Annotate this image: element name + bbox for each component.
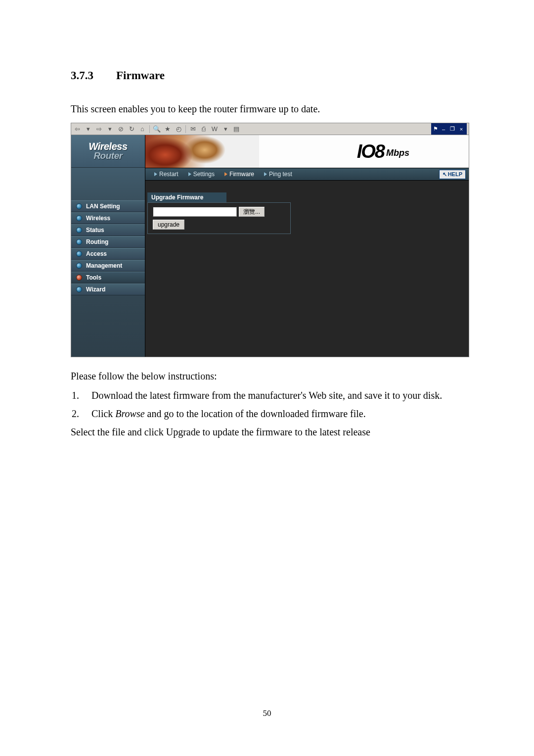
sidebar-item-wireless[interactable]: Wireless bbox=[71, 212, 145, 224]
triangle-icon bbox=[224, 172, 227, 176]
upgrade-panel: 瀏覽... upgrade bbox=[147, 202, 291, 234]
section-number: 3.7.3 bbox=[71, 69, 116, 82]
section-heading: 3.7.3Firmware bbox=[71, 69, 470, 82]
triangle-icon bbox=[264, 172, 267, 176]
sidebar-item-label: Wizard bbox=[86, 286, 105, 293]
minimize-button[interactable]: – bbox=[440, 126, 447, 132]
instructions-final: Select the file and click Upgrade to upd… bbox=[71, 423, 470, 441]
sidebar-item-label: Management bbox=[86, 262, 122, 269]
help-label: HELP bbox=[448, 171, 462, 177]
print-icon[interactable]: ⎙ bbox=[200, 125, 208, 133]
bullet-icon bbox=[76, 227, 82, 233]
sidebar: Wireless Router LAN Setting Wireless Sta… bbox=[71, 135, 145, 357]
sidebar-item-label: Status bbox=[86, 227, 104, 234]
pointer-icon: ↖ bbox=[443, 171, 447, 178]
instructions-lead: Please follow the below instructions: bbox=[71, 367, 470, 385]
dropdown-icon[interactable]: ▾ bbox=[222, 125, 229, 133]
banner-art bbox=[145, 135, 259, 168]
sidebar-item-tools[interactable]: Tools bbox=[71, 272, 145, 284]
favorites-icon[interactable]: ★ bbox=[164, 125, 172, 133]
window-controls: ⚑ – ❐ × bbox=[431, 123, 467, 135]
sidebar-item-routing[interactable]: Routing bbox=[71, 236, 145, 248]
router-screenshot: ⇦ ▾ ⇨ ▾ ⊘ ↻ ⌂ 🔍 ★ ◴ ✉ ⎙ W ▾ ▤ ⚑ – bbox=[71, 123, 469, 357]
step-number: 1. bbox=[71, 386, 91, 405]
logo-line2: Router bbox=[93, 150, 122, 161]
sidebar-item-wizard[interactable]: Wizard bbox=[71, 284, 145, 295]
banner-unit: Mbps bbox=[386, 148, 409, 158]
sidebar-item-label: Wireless bbox=[86, 215, 110, 222]
content-area: Upgrade Firmware 瀏覽... upgrade bbox=[145, 181, 469, 357]
bullet-icon bbox=[76, 275, 82, 281]
panel-title: Upgrade Firmware bbox=[147, 192, 226, 202]
tab-settings[interactable]: Settings bbox=[184, 171, 219, 178]
step-text: Click Browse and go to the location of t… bbox=[91, 405, 470, 423]
upgrade-button[interactable]: upgrade bbox=[153, 220, 184, 230]
sidebar-item-label: Access bbox=[86, 250, 107, 257]
search-icon[interactable]: 🔍 bbox=[153, 125, 161, 133]
instruction-step: 1. Download the latest firmware from the… bbox=[71, 386, 470, 405]
tab-firmware[interactable]: Firmware bbox=[221, 171, 258, 178]
triangle-icon bbox=[154, 172, 157, 176]
tab-label: Ping test bbox=[269, 171, 292, 178]
browse-button[interactable]: 瀏覽... bbox=[239, 207, 265, 217]
restore-button[interactable]: ❐ bbox=[449, 126, 456, 132]
forward-icon[interactable]: ⇨ bbox=[95, 125, 103, 133]
tab-restart[interactable]: Restart bbox=[150, 171, 182, 178]
page-number: 50 bbox=[0, 709, 534, 718]
banner: IO8Mbps bbox=[145, 135, 469, 168]
browser-toolbar: ⇦ ▾ ⇨ ▾ ⊘ ↻ ⌂ 🔍 ★ ◴ ✉ ⎙ W ▾ ▤ ⚑ – bbox=[71, 123, 469, 135]
tab-label: Settings bbox=[193, 171, 215, 178]
sidebar-item-label: Routing bbox=[86, 238, 108, 245]
tab-label: Firmware bbox=[229, 171, 254, 178]
sidebar-item-label: Tools bbox=[86, 274, 101, 281]
sidebar-item-label: LAN Setting bbox=[86, 203, 120, 210]
refresh-icon[interactable]: ↻ bbox=[128, 125, 135, 133]
firmware-file-input[interactable] bbox=[153, 207, 237, 217]
tab-ping-test[interactable]: Ping test bbox=[260, 171, 296, 178]
sidebar-item-management[interactable]: Management bbox=[71, 260, 145, 272]
discuss-icon[interactable]: ▤ bbox=[232, 125, 240, 133]
bullet-icon bbox=[76, 239, 82, 245]
back-icon[interactable]: ⇦ bbox=[73, 125, 81, 133]
sidebar-item-access[interactable]: Access bbox=[71, 248, 145, 260]
sidebar-item-lan-setting[interactable]: LAN Setting bbox=[71, 200, 145, 212]
app-flag-icon: ⚑ bbox=[433, 126, 438, 132]
sidebar-item-status[interactable]: Status bbox=[71, 224, 145, 236]
bullet-icon bbox=[76, 251, 82, 257]
section-title: Firmware bbox=[116, 69, 165, 82]
intro-text: This screen enables you to keep the rout… bbox=[71, 101, 470, 117]
browse-emphasis: Browse bbox=[115, 408, 144, 419]
banner-text: IO8Mbps bbox=[357, 141, 409, 162]
edit-icon[interactable]: W bbox=[211, 125, 219, 133]
banner-main: IO8 bbox=[357, 141, 384, 162]
bullet-icon bbox=[76, 263, 82, 269]
history-icon[interactable]: ◴ bbox=[175, 125, 182, 133]
help-button[interactable]: ↖HELP bbox=[439, 170, 466, 179]
mail-icon[interactable]: ✉ bbox=[189, 125, 197, 133]
step-number: 2. bbox=[71, 405, 91, 423]
tab-label: Restart bbox=[159, 171, 178, 178]
toolbar-separator bbox=[185, 125, 186, 133]
close-button[interactable]: × bbox=[458, 126, 465, 132]
instruction-step: 2. Click Browse and go to the location o… bbox=[71, 405, 470, 423]
home-icon[interactable]: ⌂ bbox=[138, 125, 146, 133]
dropdown-icon[interactable]: ▾ bbox=[106, 125, 114, 133]
step-text: Download the latest firmware from the ma… bbox=[91, 386, 470, 405]
triangle-icon bbox=[188, 172, 191, 176]
tabbar: Restart Settings Firmware Ping test ↖HEL… bbox=[145, 168, 469, 181]
toolbar-separator bbox=[149, 125, 150, 133]
dropdown-icon[interactable]: ▾ bbox=[84, 125, 92, 133]
nav-list: LAN Setting Wireless Status Routing Acce… bbox=[71, 200, 145, 295]
stop-icon[interactable]: ⊘ bbox=[117, 125, 125, 133]
bullet-icon bbox=[76, 286, 82, 292]
bullet-icon bbox=[76, 215, 82, 221]
bullet-icon bbox=[76, 203, 82, 209]
logo: Wireless Router bbox=[71, 135, 145, 168]
